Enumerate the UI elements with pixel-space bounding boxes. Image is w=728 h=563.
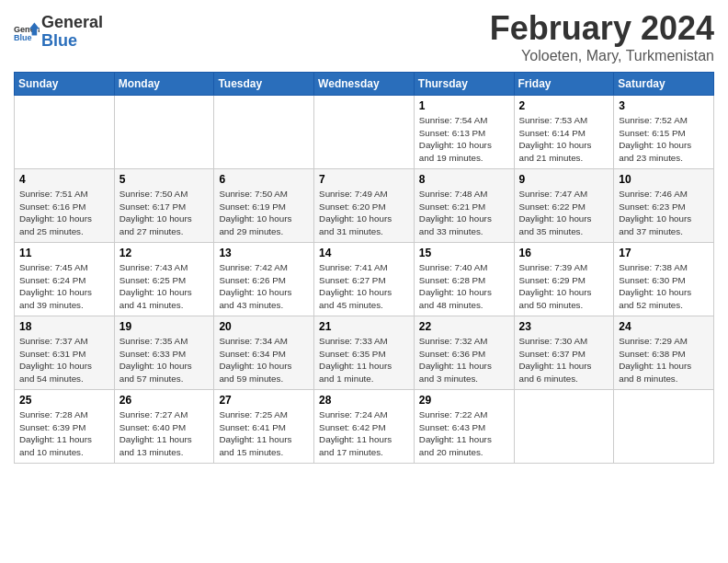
day-number: 3 [619,99,709,112]
day-info: Sunrise: 7:38 AM Sunset: 6:30 PM Dayligh… [619,261,709,312]
calendar-cell: 18Sunrise: 7:37 AM Sunset: 6:31 PM Dayli… [15,316,115,390]
day-info: Sunrise: 7:37 AM Sunset: 6:31 PM Dayligh… [19,335,109,385]
calendar-cell: 15Sunrise: 7:40 AM Sunset: 6:28 PM Dayli… [414,243,514,316]
calendar-cell: 23Sunrise: 7:30 AM Sunset: 6:37 PM Dayli… [514,316,614,390]
calendar-week-row: 11Sunrise: 7:45 AM Sunset: 6:24 PM Dayli… [15,243,714,316]
calendar-cell: 9Sunrise: 7:47 AM Sunset: 6:22 PM Daylig… [514,169,614,243]
day-number: 2 [519,99,609,112]
day-info: Sunrise: 7:40 AM Sunset: 6:28 PM Dayligh… [419,261,509,312]
day-info: Sunrise: 7:34 AM Sunset: 6:34 PM Dayligh… [219,335,309,385]
day-number: 14 [319,247,409,259]
weekday-header-wednesday: Wednesday [314,73,415,96]
calendar-cell: 14Sunrise: 7:41 AM Sunset: 6:27 PM Dayli… [314,243,415,316]
calendar-cell: 11Sunrise: 7:45 AM Sunset: 6:24 PM Dayli… [15,243,115,316]
calendar-cell: 29Sunrise: 7:22 AM Sunset: 6:43 PM Dayli… [414,390,514,464]
day-number: 19 [119,320,210,333]
day-info: Sunrise: 7:41 AM Sunset: 6:27 PM Dayligh… [319,261,409,312]
calendar-cell [15,96,115,169]
calendar-cell: 22Sunrise: 7:32 AM Sunset: 6:36 PM Dayli… [414,316,514,390]
calendar-cell: 21Sunrise: 7:33 AM Sunset: 6:35 PM Dayli… [314,316,415,390]
calendar-cell: 7Sunrise: 7:49 AM Sunset: 6:20 PM Daylig… [314,169,415,243]
day-number: 15 [419,247,509,259]
day-number: 29 [419,394,509,407]
day-info: Sunrise: 7:27 AM Sunset: 6:40 PM Dayligh… [119,408,210,459]
day-number: 28 [319,394,409,407]
calendar-cell: 20Sunrise: 7:34 AM Sunset: 6:34 PM Dayli… [214,316,314,390]
day-info: Sunrise: 7:48 AM Sunset: 6:21 PM Dayligh… [419,188,509,238]
day-info: Sunrise: 7:49 AM Sunset: 6:20 PM Dayligh… [319,188,409,238]
day-number: 6 [219,173,309,186]
calendar-cell: 5Sunrise: 7:50 AM Sunset: 6:17 PM Daylig… [114,169,214,243]
weekday-header-sunday: Sunday [15,73,115,96]
day-number: 26 [119,394,210,407]
calendar-week-row: 25Sunrise: 7:28 AM Sunset: 6:39 PM Dayli… [15,390,714,464]
day-info: Sunrise: 7:29 AM Sunset: 6:38 PM Dayligh… [619,335,709,385]
location-title: Yoloeten, Mary, Turkmenistan [490,48,714,64]
logo-icon: General Blue [14,19,40,45]
calendar-cell: 26Sunrise: 7:27 AM Sunset: 6:40 PM Dayli… [114,390,214,464]
day-number: 24 [619,320,709,333]
calendar-week-row: 4Sunrise: 7:51 AM Sunset: 6:16 PM Daylig… [15,169,714,243]
logo: General Blue General Blue [14,14,103,51]
month-title: February 2024 [490,9,714,48]
calendar-cell: 28Sunrise: 7:24 AM Sunset: 6:42 PM Dayli… [314,390,415,464]
calendar-cell: 8Sunrise: 7:48 AM Sunset: 6:21 PM Daylig… [414,169,514,243]
calendar-cell [214,96,314,169]
calendar-cell: 17Sunrise: 7:38 AM Sunset: 6:30 PM Dayli… [614,243,714,316]
day-info: Sunrise: 7:33 AM Sunset: 6:35 PM Dayligh… [319,335,409,385]
calendar-cell: 16Sunrise: 7:39 AM Sunset: 6:29 PM Dayli… [514,243,614,316]
day-number: 10 [619,173,709,186]
day-info: Sunrise: 7:47 AM Sunset: 6:22 PM Dayligh… [519,188,609,238]
calendar-cell: 4Sunrise: 7:51 AM Sunset: 6:16 PM Daylig… [15,169,115,243]
calendar-cell: 27Sunrise: 7:25 AM Sunset: 6:41 PM Dayli… [214,390,314,464]
calendar-body: 1Sunrise: 7:54 AM Sunset: 6:13 PM Daylig… [15,96,714,464]
day-number: 9 [519,173,609,186]
calendar-cell: 3Sunrise: 7:52 AM Sunset: 6:15 PM Daylig… [614,96,714,169]
calendar-cell [314,96,415,169]
day-info: Sunrise: 7:52 AM Sunset: 6:15 PM Dayligh… [619,114,709,165]
day-info: Sunrise: 7:28 AM Sunset: 6:39 PM Dayligh… [19,408,109,459]
calendar-week-row: 18Sunrise: 7:37 AM Sunset: 6:31 PM Dayli… [15,316,714,390]
calendar-cell [614,390,714,464]
calendar-cell [514,390,614,464]
calendar-cell: 1Sunrise: 7:54 AM Sunset: 6:13 PM Daylig… [414,96,514,169]
weekday-header-thursday: Thursday [414,73,514,96]
calendar-table: SundayMondayTuesdayWednesdayThursdayFrid… [14,72,714,464]
day-number: 18 [19,320,109,333]
calendar-cell: 2Sunrise: 7:53 AM Sunset: 6:14 PM Daylig… [514,96,614,169]
day-number: 8 [419,173,509,186]
day-info: Sunrise: 7:25 AM Sunset: 6:41 PM Dayligh… [219,408,309,459]
day-number: 5 [119,173,210,186]
day-number: 7 [319,173,409,186]
day-number: 20 [219,320,309,333]
day-number: 17 [619,247,709,259]
calendar-cell: 13Sunrise: 7:42 AM Sunset: 6:26 PM Dayli… [214,243,314,316]
day-info: Sunrise: 7:30 AM Sunset: 6:37 PM Dayligh… [519,335,609,385]
day-info: Sunrise: 7:54 AM Sunset: 6:13 PM Dayligh… [419,114,509,165]
day-info: Sunrise: 7:51 AM Sunset: 6:16 PM Dayligh… [19,188,109,238]
day-number: 21 [319,320,409,333]
day-number: 23 [519,320,609,333]
day-number: 25 [19,394,109,407]
weekday-header-row: SundayMondayTuesdayWednesdayThursdayFrid… [15,73,714,96]
calendar-cell: 10Sunrise: 7:46 AM Sunset: 6:23 PM Dayli… [614,169,714,243]
header: General Blue General Blue February 2024 … [14,9,714,64]
day-info: Sunrise: 7:39 AM Sunset: 6:29 PM Dayligh… [519,261,609,312]
weekday-header-tuesday: Tuesday [214,73,314,96]
day-number: 1 [419,99,509,112]
day-number: 11 [19,247,109,259]
weekday-header-friday: Friday [514,73,614,96]
day-info: Sunrise: 7:45 AM Sunset: 6:24 PM Dayligh… [19,261,109,312]
day-number: 16 [519,247,609,259]
logo-line2: Blue [41,31,77,50]
day-info: Sunrise: 7:50 AM Sunset: 6:19 PM Dayligh… [219,188,309,238]
day-number: 13 [219,247,309,259]
title-area: February 2024 Yoloeten, Mary, Turkmenist… [490,9,714,64]
calendar-cell: 24Sunrise: 7:29 AM Sunset: 6:38 PM Dayli… [614,316,714,390]
calendar-cell: 6Sunrise: 7:50 AM Sunset: 6:19 PM Daylig… [214,169,314,243]
day-info: Sunrise: 7:24 AM Sunset: 6:42 PM Dayligh… [319,408,409,459]
day-number: 12 [119,247,210,259]
day-info: Sunrise: 7:43 AM Sunset: 6:25 PM Dayligh… [119,261,210,312]
day-number: 27 [219,394,309,407]
day-info: Sunrise: 7:42 AM Sunset: 6:26 PM Dayligh… [219,261,309,312]
